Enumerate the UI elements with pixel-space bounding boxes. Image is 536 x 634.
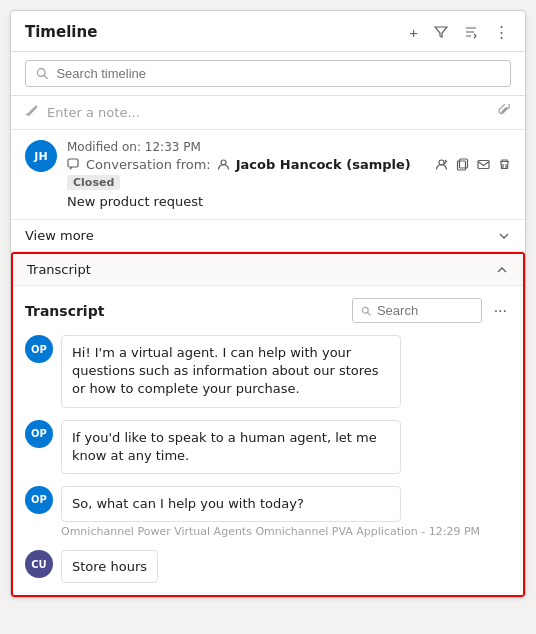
sort-button[interactable] (462, 23, 480, 41)
svg-rect-9 (460, 159, 468, 168)
transcript-header: Transcript (13, 254, 523, 286)
person-icon (217, 158, 230, 171)
chevron-down-icon (497, 229, 511, 243)
activity-row: Conversation from: Jacob Hancock (sample… (67, 157, 511, 172)
transcript-search-area: ··· (352, 298, 511, 323)
chat-bubble-4: Store hours (61, 550, 158, 583)
chat-message-2: OP If you'd like to speak to a human age… (25, 420, 511, 474)
search-section (11, 52, 525, 96)
view-more-label: View more (25, 228, 94, 243)
transcript-search-box (352, 298, 482, 323)
add-button[interactable]: + (407, 22, 420, 43)
svg-rect-5 (68, 159, 78, 167)
pencil-icon (25, 104, 39, 121)
transcript-panel-title: Transcript (25, 303, 104, 319)
from-label: Conversation from: (86, 157, 211, 172)
transcript-toolbar: Transcript ··· (25, 298, 511, 323)
from-name: Jacob Hancock (sample) (236, 157, 411, 172)
conversation-icon (67, 158, 80, 171)
timeline-panel: Timeline + ⋮ (10, 10, 526, 598)
chat-meta-3: Omnichannel Power Virtual Agents Omnicha… (61, 525, 480, 538)
chat-avatar-op-3: OP (25, 486, 53, 514)
assign-icon[interactable] (435, 158, 448, 171)
clip-icon[interactable] (498, 104, 511, 121)
transcript-inner: Transcript ··· OP (13, 286, 523, 595)
chat-avatar-cu: CU (25, 550, 53, 578)
chat-text-1: Hi! I'm a virtual agent. I can help with… (61, 335, 401, 408)
svg-rect-10 (478, 161, 489, 169)
chat-avatar-op-2: OP (25, 420, 53, 448)
chat-message-3: OP So, what can I help you with today? O… (25, 486, 511, 538)
avatar: JH (25, 140, 57, 172)
transcript-section-label: Transcript (27, 262, 91, 277)
more-button[interactable]: ⋮ (492, 21, 511, 43)
chevron-up-icon[interactable] (495, 263, 509, 277)
chat-text-2: If you'd like to speak to a human agent,… (61, 420, 401, 474)
email-icon[interactable] (477, 158, 490, 171)
status-badge: Closed (67, 172, 511, 190)
activity-actions (435, 158, 511, 171)
note-row: Enter a note... (11, 96, 525, 130)
copy-icon[interactable] (456, 158, 469, 171)
chat-messages: OP Hi! I'm a virtual agent. I can help w… (25, 335, 511, 583)
chat-avatar-op-1: OP (25, 335, 53, 363)
chat-message-4: CU Store hours (25, 550, 511, 583)
svg-point-11 (362, 307, 368, 313)
activity-meta: Modified on: 12:33 PM (67, 140, 511, 154)
panel-title: Timeline (25, 23, 97, 41)
delete-icon[interactable] (498, 158, 511, 171)
chat-bubble-3: So, what can I help you with today? Omni… (61, 486, 480, 538)
view-more-row[interactable]: View more (11, 220, 525, 252)
activity-subject: New product request (67, 194, 511, 209)
transcript-search-input[interactable] (377, 303, 473, 318)
search-icon (36, 67, 48, 80)
chat-text-4: Store hours (72, 559, 147, 574)
note-placeholder: Enter a note... (47, 105, 140, 120)
transcript-section: Transcript Transcript ··· (11, 252, 525, 597)
svg-rect-8 (458, 161, 466, 170)
transcript-search-icon (361, 305, 371, 317)
search-input[interactable] (56, 66, 500, 81)
filter-button[interactable] (432, 23, 450, 41)
header-icons: + ⋮ (407, 21, 511, 43)
svg-line-12 (367, 312, 370, 315)
activity-item: JH Modified on: 12:33 PM Conversation fr… (11, 130, 525, 220)
chat-message-1: OP Hi! I'm a virtual agent. I can help w… (25, 335, 511, 408)
panel-header: Timeline + ⋮ (11, 11, 525, 52)
transcript-more-button[interactable]: ··· (490, 300, 511, 322)
search-wrap (25, 60, 511, 87)
chat-bubble-2: If you'd like to speak to a human agent,… (61, 420, 401, 474)
chat-bubble-1: Hi! I'm a virtual agent. I can help with… (61, 335, 401, 408)
chat-text-3: So, what can I help you with today? (61, 486, 401, 522)
svg-point-3 (37, 69, 45, 77)
svg-line-4 (44, 75, 47, 78)
activity-content: Modified on: 12:33 PM Conversation from:… (67, 140, 511, 209)
